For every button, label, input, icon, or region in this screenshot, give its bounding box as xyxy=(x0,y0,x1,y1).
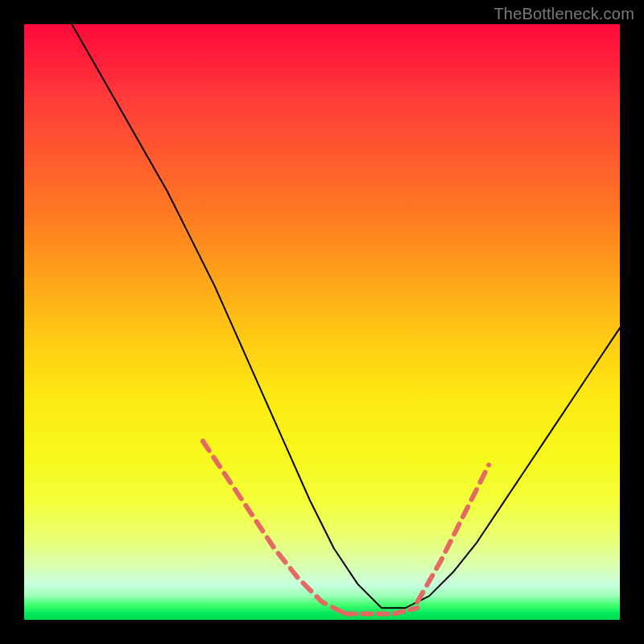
watermark-text: TheBottleneck.com xyxy=(493,5,634,23)
series-bottom-dash-overlay xyxy=(346,608,418,613)
series-bottleneck-curve xyxy=(72,24,620,608)
series-group xyxy=(72,24,620,614)
chart-svg xyxy=(24,24,620,620)
chart-frame: TheBottleneck.com xyxy=(0,0,644,644)
series-left-dash-overlay xyxy=(203,441,346,614)
chart-plot-area xyxy=(24,24,620,620)
series-right-dash-overlay xyxy=(417,465,489,602)
